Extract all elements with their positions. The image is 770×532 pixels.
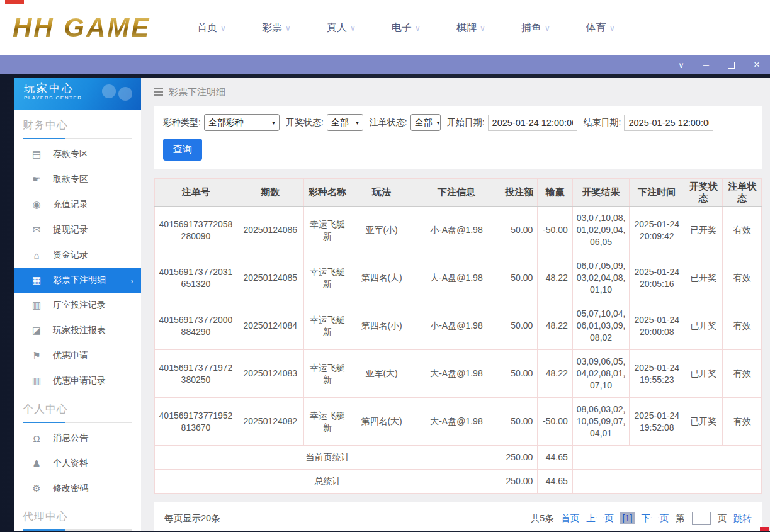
grand-total-stats-row: 总统计 250.00 44.65 <box>155 470 762 494</box>
lottery-type-label: 彩种类型: <box>163 117 201 128</box>
chevron-right-icon: › <box>130 275 133 286</box>
sidebar-item-withdraw-zone[interactable]: ☛取款专区 <box>14 167 141 192</box>
sidebar-item-player-bet-report[interactable]: ◪玩家投注报表 <box>14 318 141 343</box>
current-page-stats-row: 当前页统计 250.00 44.65 <box>155 446 762 470</box>
page-size-text: 每页显示20条 <box>164 512 220 524</box>
nav-item-live[interactable]: 真人∨ <box>309 21 373 35</box>
sidebar-item-profile[interactable]: ♟个人资料 <box>14 451 141 476</box>
decoration-red-sliver <box>5 0 24 4</box>
sidebar-item-hall-bet-record[interactable]: ▥厅室投注记录 <box>14 293 141 318</box>
wallet-icon: ✉ <box>31 224 42 235</box>
jump-button[interactable]: 跳转 <box>733 512 752 524</box>
chevron-down-icon: ∨ <box>609 24 615 33</box>
current-page-stats-label: 当前页统计 <box>155 446 501 470</box>
main-nav: 首页∨ 彩票∨ 真人∨ 电子∨ 棋牌∨ 捕鱼∨ 体育∨ <box>179 21 633 35</box>
close-icon[interactable]: × <box>754 59 760 71</box>
col-draw-result: 开奖结果 <box>572 179 630 207</box>
gift-icon: ⚑ <box>31 350 42 361</box>
table-row: 40156917377197238025020250124083幸运飞艇新亚军(… <box>155 350 762 398</box>
chevron-down-icon: ▾ <box>272 120 275 126</box>
bell-icon: Ω <box>31 433 42 444</box>
jump-suffix-label: 页 <box>718 512 727 524</box>
money-bag-icon: ◉ <box>31 199 42 210</box>
chevron-down-icon: ∨ <box>350 24 356 33</box>
sidebar-item-recharge-record[interactable]: ◉充值记录 <box>14 192 141 217</box>
nav-item-fishing[interactable]: 捕鱼∨ <box>503 21 568 35</box>
section-finance-center: 财务中心 <box>23 118 132 139</box>
bets-table-card: 注单号 期数 彩种名称 玩法 下注信息 投注额 输赢 开奖结果 下注时间 开奖状… <box>154 178 762 494</box>
section-agent-center: 代理中心 <box>23 509 132 531</box>
order-status-select[interactable]: 全部▾ <box>410 114 441 131</box>
sidebar: 玩家中心 PLAYERS CENTER 财务中心 ▤存款专区 ☛取款专区 ◉充值… <box>14 78 141 531</box>
minimize-icon[interactable]: ─ <box>703 59 709 71</box>
current-page-winloss-total: 44.65 <box>538 446 572 470</box>
query-button[interactable]: 查询 <box>163 139 202 161</box>
first-page-link[interactable]: 首页 <box>561 512 579 524</box>
chevron-down-icon: ∨ <box>285 24 291 33</box>
order-status-label: 注单状态: <box>370 117 407 128</box>
prev-page-link[interactable]: 上一页 <box>586 512 614 524</box>
bets-table: 注单号 期数 彩种名称 玩法 下注信息 投注额 输赢 开奖结果 下注时间 开奖状… <box>154 178 762 494</box>
sidebar-item-lottery-bet-detail[interactable]: ▦彩票下注明细› <box>14 268 141 293</box>
sidebar-item-promo-apply[interactable]: ⚑优惠申请 <box>14 343 141 368</box>
site-logo: HH GAME <box>13 13 150 43</box>
chevron-down-icon: ▾ <box>437 120 440 126</box>
end-date-input[interactable] <box>624 115 713 131</box>
col-bet-time: 下注时间 <box>630 179 684 207</box>
sidebar-item-withdrawal-record[interactable]: ✉提现记录 <box>14 217 141 242</box>
players-center-banner: 玩家中心 PLAYERS CENTER <box>14 78 141 110</box>
col-winloss: 输赢 <box>538 179 572 207</box>
list-icon: ▦ <box>31 274 42 286</box>
end-date-label: 结束日期: <box>584 117 621 128</box>
pagination-bar: 每页显示20条 共5条 首页 上一页 [1] 下一页 第 页 跳转 <box>154 502 762 531</box>
chevron-down-icon: ∨ <box>480 24 485 33</box>
nav-item-cards[interactable]: 棋牌∨ <box>438 21 503 35</box>
person-icon: ♟ <box>31 458 42 469</box>
money-house-icon: ⌂ <box>31 250 42 261</box>
col-order-status: 注单状态 <box>723 179 762 207</box>
app-window: HH GAME 首页∨ 彩票∨ 真人∨ 电子∨ 棋牌∨ 捕鱼∨ 体育∨ ∨ ─ … <box>0 0 770 532</box>
nav-item-lottery[interactable]: 彩票∨ <box>244 21 309 35</box>
nav-item-sports[interactable]: 体育∨ <box>568 21 633 35</box>
grand-total-winloss-total: 44.65 <box>538 470 572 494</box>
col-order-id: 注单号 <box>155 179 237 207</box>
sidebar-item-funds-record[interactable]: ⌂资金记录 <box>14 242 141 268</box>
start-date-label: 开始日期: <box>447 117 485 128</box>
nav-item-slots[interactable]: 电子∨ <box>373 21 438 35</box>
draw-status-label: 开奖状态: <box>286 117 324 128</box>
bank-card-icon: ▤ <box>31 149 42 160</box>
chevron-down-icon: ∨ <box>415 24 421 33</box>
grand-total-stats-label: 总统计 <box>155 470 501 494</box>
col-draw-status: 开奖状态 <box>684 179 723 207</box>
current-page-indicator[interactable]: [1] <box>620 512 634 524</box>
grand-total-bet-total: 250.00 <box>501 470 537 494</box>
nav-item-home[interactable]: 首页∨ <box>179 21 244 35</box>
draw-status-select[interactable]: 全部▾ <box>327 114 363 131</box>
window-body: 玩家中心 PLAYERS CENTER 财务中心 ▤存款专区 ☛取款专区 ◉充值… <box>0 74 770 532</box>
sidebar-item-deposit-zone[interactable]: ▤存款专区 <box>14 142 141 167</box>
col-bet-info: 下注信息 <box>412 179 501 207</box>
col-play-type: 玩法 <box>351 179 412 207</box>
chevron-down-icon: ∨ <box>220 24 226 33</box>
gamepad-icon <box>99 82 135 103</box>
maximize-icon[interactable] <box>728 59 735 71</box>
lottery-type-select[interactable]: 全部彩种▾ <box>204 114 280 131</box>
sidebar-item-message-announcements[interactable]: Ω消息公告 <box>14 426 141 451</box>
next-page-link[interactable]: 下一页 <box>642 512 669 524</box>
table-header-row: 注单号 期数 彩种名称 玩法 下注信息 投注额 输赢 开奖结果 下注时间 开奖状… <box>155 179 762 207</box>
hand-money-icon: ☛ <box>31 174 42 185</box>
page-jump-input[interactable] <box>692 512 711 525</box>
table-row: 40156917377205828009020250124086幸运飞艇新亚军(… <box>155 207 762 254</box>
sidebar-item-promo-apply-record[interactable]: ▥优惠申请记录 <box>14 368 141 393</box>
col-period: 期数 <box>237 179 303 207</box>
window-dropdown-icon[interactable]: ∨ <box>678 59 684 71</box>
record-list-icon: ▥ <box>31 375 42 387</box>
hamburger-icon[interactable] <box>154 88 163 96</box>
report-chart-icon: ◪ <box>31 325 42 336</box>
jump-prefix-label: 第 <box>676 512 685 524</box>
window-titlebar: ∨ ─ × <box>0 55 770 74</box>
start-date-input[interactable] <box>488 115 577 131</box>
sidebar-item-change-password[interactable]: ⚙修改密码 <box>14 476 141 501</box>
table-row: 40156917377195281367020250124082幸运飞艇新第四名… <box>155 398 762 446</box>
total-count-text: 共5条 <box>531 512 554 524</box>
